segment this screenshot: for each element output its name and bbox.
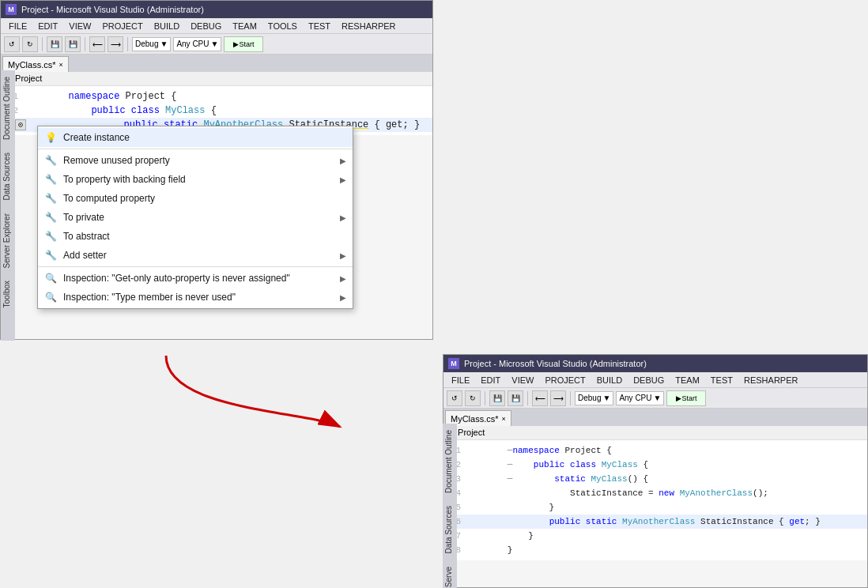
ctx-setter-label: Add setter — [63, 250, 334, 261]
b-save-all-btn[interactable]: 💾 — [508, 390, 523, 406]
ctx-create-label: Create instance — [63, 132, 346, 143]
menu-b-view[interactable]: VIEW — [507, 374, 538, 386]
ctx-separator-1 — [38, 149, 353, 149]
b-code-line-8: 8 } — [443, 543, 867, 557]
window-title-bottom: Project - Microsoft Visual Studio (Admin… — [464, 359, 647, 368]
ctx-to-abstract[interactable]: 🔧 To abstract — [38, 227, 353, 246]
arrow-icon-4: ▶ — [340, 213, 346, 222]
b-line-content-6: public static MyAnotherClass StaticInsta… — [466, 507, 867, 536]
redo-btn[interactable]: ↻ — [22, 36, 38, 52]
titlebar-bottom: M Project - Microsoft Visual Studio (Adm… — [443, 355, 867, 372]
undo-btn[interactable]: ↺ — [4, 36, 20, 52]
debug-mode-dropdown[interactable]: Debug ▼ — [132, 37, 171, 51]
sep3 — [127, 37, 128, 51]
left-tab-datasources[interactable]: Data Sources — [1, 146, 15, 207]
menu-b-project[interactable]: PROJECT — [540, 374, 590, 386]
undo2-btn[interactable]: ⟵ — [89, 36, 105, 52]
menubar-bottom: FILE EDIT VIEW PROJECT BUILD DEBUG TEAM … — [443, 372, 867, 388]
ctx-to-backing-field[interactable]: 🔧 To property with backing field ▶ — [38, 170, 353, 189]
menu-build[interactable]: BUILD — [149, 20, 184, 32]
tab-close-btn[interactable]: × — [59, 61, 63, 69]
toolbar-bottom: ↺ ↻ 💾 💾 ⟵ ⟶ Debug ▼ Any CPU ▼ ▶ Start — [443, 388, 867, 409]
scope-icon: ⊙ — [15, 119, 26, 130]
menu-team[interactable]: TEAM — [228, 20, 262, 32]
menu-edit[interactable]: EDIT — [33, 20, 62, 32]
ctx-abstract-label: To abstract — [63, 231, 346, 242]
b-nav-back[interactable]: ⟵ — [532, 390, 548, 406]
tab-b-label: MyClass.cs* — [451, 414, 499, 424]
menubar-top: FILE EDIT VIEW PROJECT BUILD DEBUG TEAM … — [1, 18, 432, 34]
arrow-icon-7: ▶ — [340, 274, 346, 283]
vs-icon-bottom: M — [448, 358, 459, 369]
code-editor-bottom[interactable]: 1 ─namespace Project { 2 ─ public class … — [443, 440, 867, 560]
left-tab-b-server[interactable]: Serve — [443, 560, 457, 588]
menu-view[interactable]: VIEW — [64, 20, 96, 32]
arrow-icon-6: ▶ — [340, 251, 346, 260]
menu-debug[interactable]: DEBUG — [186, 20, 226, 32]
left-tab-b-datasources[interactable]: Data Sources — [443, 499, 457, 560]
menu-b-build[interactable]: BUILD — [592, 374, 627, 386]
menu-resharper[interactable]: RESHARPER — [337, 20, 400, 32]
left-tab-b-outline[interactable]: Document Outline — [443, 424, 457, 499]
menu-b-file[interactable]: FILE — [447, 374, 474, 386]
ctx-inspection2[interactable]: 🔍 Inspection: "Type member is never used… — [38, 288, 353, 307]
wrench-icon-6: 🔧 — [44, 249, 57, 262]
left-tab-server[interactable]: Server Explorer — [1, 207, 15, 274]
ctx-remove-label: Remove unused property — [63, 155, 334, 166]
menu-b-test[interactable]: TEST — [706, 374, 738, 386]
menu-b-edit[interactable]: EDIT — [476, 374, 505, 386]
arrow-icon-8: ▶ — [340, 293, 346, 302]
b-code-line-6: 🔧 6 public static MyAnotherClass StaticI… — [443, 514, 867, 529]
redo2-btn[interactable]: ⟶ — [108, 36, 123, 52]
vs-icon: M — [6, 4, 17, 15]
b-platform-dropdown[interactable]: Any CPU ▼ — [616, 391, 664, 405]
menu-b-team[interactable]: TEAM — [670, 374, 704, 386]
ctx-create-instance[interactable]: 💡 Create instance — [38, 128, 353, 147]
b-start-btn[interactable]: ▶ Start — [666, 390, 706, 406]
start-btn[interactable]: ▶ Start — [224, 36, 263, 52]
b-redo-btn[interactable]: ↻ — [465, 390, 481, 406]
context-menu: 💡 Create instance 🔧 Remove unused proper… — [37, 126, 353, 309]
b-save-btn[interactable]: 💾 — [489, 390, 505, 406]
menu-project[interactable]: PROJECT — [97, 20, 147, 32]
b-nav-fwd[interactable]: ⟶ — [550, 390, 566, 406]
ctx-separator-2 — [38, 266, 353, 267]
toolbar-top: ↺ ↻ 💾 💾 ⟵ ⟶ Debug ▼ Any CPU ▼ ▶ Start — [1, 34, 432, 55]
sep2 — [85, 37, 85, 51]
menu-b-debug[interactable]: DEBUG — [628, 374, 669, 386]
wrench-icon-1: 🔧 — [44, 154, 57, 167]
left-panel-top: Document Outline Data Sources Server Exp… — [1, 70, 15, 341]
menu-test[interactable]: TEST — [304, 20, 335, 32]
b-sep3 — [570, 391, 571, 405]
b-debug-dropdown[interactable]: Debug ▼ — [575, 391, 613, 405]
ctx-to-private[interactable]: 🔧 To private ▶ — [38, 208, 353, 227]
ctx-add-setter[interactable]: 🔧 Add setter ▶ — [38, 246, 353, 265]
wrench-icon-4: 🔧 — [44, 211, 57, 224]
save-btn[interactable]: 💾 — [47, 36, 62, 52]
left-tab-toolbox[interactable]: Toolbox — [1, 274, 15, 314]
ctx-private-label: To private — [63, 212, 334, 223]
ctx-to-computed[interactable]: 🔧 To computed property — [38, 189, 353, 208]
tab-b-close[interactable]: × — [502, 415, 506, 423]
b-undo-btn[interactable]: ↺ — [447, 390, 462, 406]
menu-tools[interactable]: TOOLS — [263, 20, 302, 32]
arrow-svg — [119, 348, 372, 443]
platform-dropdown[interactable]: Any CPU ▼ — [173, 37, 221, 51]
ctx-remove-unused[interactable]: 🔧 Remove unused property ▶ — [38, 151, 353, 170]
menu-b-resharper[interactable]: RESHARPER — [739, 374, 802, 386]
tab-bar-top: MyClass.cs* × — [1, 55, 432, 72]
save-all-btn[interactable]: 💾 — [65, 36, 81, 52]
search-icon-1: 🔍 — [44, 272, 57, 285]
ctx-inspection2-label: Inspection: "Type member is never used" — [63, 292, 334, 303]
left-tab-outline[interactable]: Document Outline — [1, 70, 15, 146]
ctx-inspection1[interactable]: 🔍 Inspection: "Get-only auto-property is… — [38, 269, 353, 288]
wrench-icon-2: 🔧 — [44, 173, 57, 186]
b-sep2 — [527, 391, 528, 405]
tab-label: MyClass.cs* — [8, 60, 56, 70]
arrow-icon-2: ▶ — [340, 175, 346, 184]
tab-myclass[interactable]: MyClass.cs* × — [2, 56, 69, 72]
menu-file[interactable]: FILE — [4, 20, 32, 32]
window-title: Project - Microsoft Visual Studio (Admin… — [21, 5, 204, 14]
b-line-content-8: } — [466, 536, 867, 564]
wrench-icon-3: 🔧 — [44, 192, 57, 205]
